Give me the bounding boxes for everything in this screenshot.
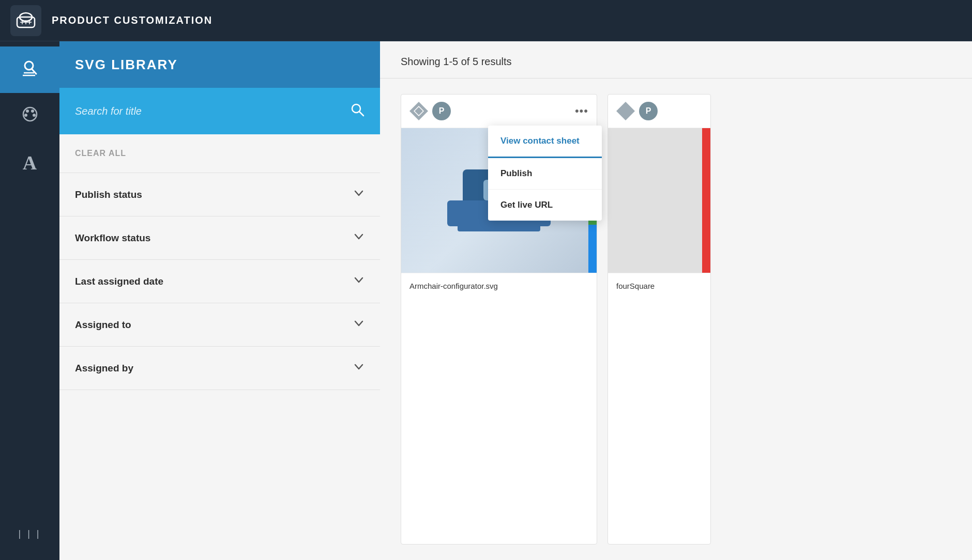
card-header-1: P ••• — [401, 95, 597, 128]
font-icon: A — [23, 151, 37, 174]
workflow-status-label: Workflow status — [75, 232, 150, 244]
last-assigned-date-label: Last assigned date — [75, 276, 163, 287]
diamond-badge-1 — [409, 102, 428, 120]
palette-icon — [20, 104, 40, 128]
filter-last-assigned-date[interactable]: Last assigned date — [59, 260, 380, 303]
filter-list: CLEAR ALL Publish status Workflow status… — [59, 134, 380, 560]
assigned-by-label: Assigned by — [75, 363, 133, 374]
logo-icon — [15, 10, 37, 32]
top-header: PRODUCT CUSTOMIZATION — [0, 0, 972, 41]
filter-panel: SVG LIBRARY CLEAR ALL Publish status — [59, 41, 380, 560]
card-badges-1: P — [409, 102, 451, 120]
results-header: Showing 1-5 of 5 results — [380, 41, 972, 79]
p-badge-2: P — [639, 102, 658, 120]
context-menu: View contact sheet Publish Get live URL — [488, 126, 602, 221]
library-icon — [20, 57, 40, 82]
filter-publish-status[interactable]: Publish status — [59, 173, 380, 216]
clear-all-row: CLEAR ALL — [59, 134, 380, 173]
context-get-live-url[interactable]: Get live URL — [488, 190, 602, 221]
content-area: Showing 1-5 of 5 results P ••• — [380, 41, 972, 560]
filter-workflow-status[interactable]: Workflow status — [59, 216, 380, 260]
last-assigned-date-chevron — [353, 274, 364, 288]
bars-icon[interactable]: | | | — [18, 528, 41, 539]
sidebar: A | | | — [0, 41, 59, 560]
section-title-bar: SVG LIBRARY — [59, 41, 380, 88]
card-footer-1: Armchair-configurator.svg — [401, 273, 597, 299]
card-more-button-1[interactable]: ••• — [575, 104, 588, 118]
card-filename-1: Armchair-configurator.svg — [409, 282, 498, 290]
results-count: Showing 1-5 of 5 results — [401, 56, 512, 67]
color-strips-2 — [702, 128, 710, 273]
svg-point-11 — [26, 110, 29, 113]
assigned-to-label: Assigned to — [75, 319, 131, 331]
sidebar-item-library[interactable] — [0, 46, 59, 93]
search-icon — [350, 102, 364, 117]
svg-line-17 — [359, 112, 363, 116]
search-input[interactable] — [75, 105, 342, 117]
card-foursquare: P fourSquare — [608, 94, 711, 545]
card-badges-2: P — [616, 102, 658, 120]
card-footer-2: fourSquare — [608, 273, 710, 299]
workflow-status-chevron — [353, 231, 364, 245]
publish-status-chevron — [353, 188, 364, 201]
context-publish[interactable]: Publish — [488, 158, 602, 190]
diamond-badge-2 — [616, 102, 635, 120]
card-image-2 — [608, 128, 710, 273]
card-filename-2: fourSquare — [616, 282, 655, 290]
section-title: SVG LIBRARY — [75, 57, 178, 73]
assigned-by-chevron — [353, 361, 364, 375]
assigned-to-chevron — [353, 318, 364, 332]
main-layout: A | | | SVG LIBRARY CLEAR ALL — [0, 41, 972, 560]
clear-all-button[interactable]: CLEAR ALL — [75, 149, 126, 158]
svg-point-13 — [24, 114, 27, 117]
search-button[interactable] — [350, 102, 364, 120]
filter-assigned-to[interactable]: Assigned to — [59, 303, 380, 347]
p-badge-1: P — [432, 102, 451, 120]
publish-status-label: Publish status — [75, 189, 142, 200]
app-title: PRODUCT CUSTOMIZATION — [52, 14, 212, 26]
logo — [10, 5, 41, 36]
svg-marker-18 — [414, 106, 423, 116]
svg-point-12 — [31, 110, 34, 113]
sidebar-item-font[interactable]: A — [0, 139, 59, 186]
svg-point-15 — [28, 117, 32, 120]
svg-point-14 — [33, 114, 36, 117]
search-bar — [59, 88, 380, 134]
context-view-contact[interactable]: View contact sheet — [488, 126, 602, 158]
card-armchair: P ••• View contact sheet Publish Get liv… — [401, 94, 597, 545]
sidebar-item-palette[interactable] — [0, 93, 59, 139]
cards-grid: P ••• View contact sheet Publish Get liv… — [380, 79, 972, 560]
card-header-2: P — [608, 95, 710, 128]
filter-assigned-by[interactable]: Assigned by — [59, 347, 380, 390]
